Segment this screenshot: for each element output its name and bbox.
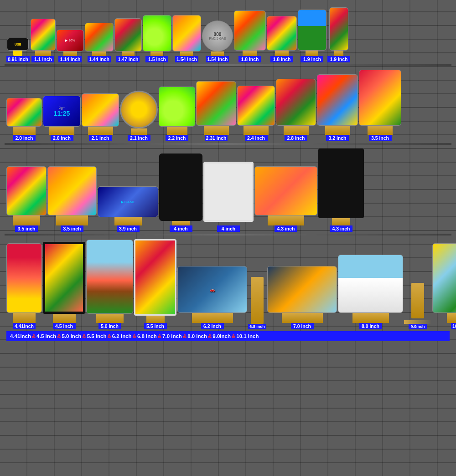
label-5.0: 5.0 inch [98, 323, 121, 329]
item-1.14[interactable]: ▶ 26% 1.14 Inch [57, 30, 84, 62]
label-1.54a: 1.54 Inch [175, 56, 198, 62]
label-0.91: 0.91 Inch [6, 56, 30, 62]
row2-items: 2.0 inch 2g~ 11:25 2.0 inch 2.1 inch [5, 67, 451, 141]
label-2.0b: 2.0 inch [51, 135, 73, 141]
item-1.9a[interactable]: 1.9 Inch [298, 10, 326, 62]
label-3.5-row2: 3.5 inch [369, 135, 392, 141]
row1-section: USB 0.91 Inch 1.1 Inch ▶ 26% 1.14 Inch [5, 5, 451, 62]
label-1.8a: 1.8 Inch [238, 56, 261, 62]
item-1.47[interactable]: 1.47 Inch [114, 18, 142, 62]
item-3.5-row2[interactable]: 3.5 inch [359, 70, 401, 141]
label-1.8b: 1.8 Inch [270, 56, 293, 62]
item-4.5[interactable]: 4.5 inch [43, 242, 85, 329]
label-3.5b: 3.5 inch [61, 225, 83, 232]
label-2.4: 2.4 inch [245, 135, 268, 141]
item-2.1b[interactable]: 2.1 inch [120, 91, 158, 141]
label-4b: 4 inch [217, 225, 240, 232]
item-2.0b[interactable]: 2g~ 11:25 2.0 inch [43, 96, 81, 141]
item-3.2[interactable]: 3.2 inch [317, 74, 358, 141]
label-7.0: 7.0 inch [291, 323, 314, 329]
item-1.8b[interactable]: 1.8 Inch [267, 16, 297, 62]
item-5.5[interactable]: 5.5 inch [134, 239, 176, 329]
row4-items: 4.41inch 4.5 inch 5.0 inch 5.5 inch [5, 236, 451, 329]
item-2.4[interactable]: 2.4 inch [237, 86, 275, 141]
label-8.0: 8.0 inch [359, 323, 382, 329]
item-3.9[interactable]: ▶ GAME 3.9 inch [98, 186, 158, 232]
item-9.0[interactable]: 9.0inch [404, 283, 431, 329]
label-4.5: 4.5 inch [53, 323, 76, 329]
label-1.9a: 1.9 Inch [301, 56, 323, 62]
item-1.1[interactable]: 1.1 Inch [31, 19, 56, 62]
label-1.14: 1.14 Inch [58, 56, 82, 62]
bottom-size-label: 4.41inch & 4.5 inch & 5.0 inch & 5.5 inc… [6, 331, 450, 341]
row1-items: USB 0.91 Inch 1.1 Inch ▶ 26% 1.14 Inch [5, 5, 451, 62]
label-1.44: 1.44 Inch [88, 56, 111, 62]
row3-items: 3.5 inch 3.5 inch ▶ GAME 3.9 inch 4 i [5, 146, 451, 232]
label-2.8: 2.8 inch [285, 135, 307, 141]
item-2.0a[interactable]: 2.0 inch [6, 98, 42, 141]
label-9.0: 9.0inch [409, 324, 427, 329]
item-10.1[interactable]: 10.1 inch [432, 243, 456, 329]
item-6.2[interactable]: 🚗 6.2 inch [177, 266, 247, 329]
item-4.3a[interactable]: 4.3 inch [254, 166, 317, 232]
label-4.3a: 4.3 inch [275, 225, 297, 232]
row3-section: 3.5 inch 3.5 inch ▶ GAME 3.9 inch 4 i [5, 146, 451, 232]
item-1.44[interactable]: 1.44 Inch [85, 23, 114, 62]
item-3.5a[interactable]: 3.5 inch [6, 166, 47, 232]
item-1.9b[interactable]: 1.9 Inch [327, 7, 350, 62]
label-3.2: 3.2 inch [326, 135, 349, 141]
item-4a[interactable]: 4 inch [159, 154, 202, 232]
item-1.54b[interactable]: 000 PM2.5 GAS 1.54 Inch [202, 20, 233, 62]
label-2.1a: 2.1 inch [89, 135, 112, 141]
label-10.1: 10.1 inch [451, 323, 456, 329]
item-6.8[interactable]: 6.8 inch [248, 277, 266, 329]
label-4.3b: 4.3 inch [330, 225, 352, 232]
row4-section: 4.41inch 4.5 inch 5.0 inch 5.5 inch [5, 236, 451, 341]
item-1.54a[interactable]: 1.54 Inch [172, 15, 201, 62]
item-2.1a[interactable]: 2.1 inch [82, 93, 119, 141]
label-2.2: 2.2 inch [166, 135, 188, 141]
item-5.0[interactable]: 5.0 inch [86, 240, 133, 329]
item-4.41[interactable]: 4.41inch [6, 243, 42, 329]
row2-section: 2.0 inch 2g~ 11:25 2.0 inch 2.1 inch [5, 67, 451, 141]
label-1.5: 1.5 Inch [145, 56, 168, 62]
label-2.31: 2.31 inch [205, 135, 228, 141]
item-2.31[interactable]: 2.31 inch [196, 81, 236, 141]
item-1.5[interactable]: 1.5 Inch [143, 15, 171, 62]
item-3.5b[interactable]: 3.5 inch [47, 166, 97, 232]
label-1.47: 1.47 Inch [116, 56, 140, 62]
item-0.91[interactable]: USB 0.91 Inch [6, 38, 30, 62]
item-4b[interactable]: 4 inch [203, 162, 254, 232]
label-4.41: 4.41inch [13, 323, 36, 329]
item-2.8[interactable]: 2.8 inch [276, 79, 316, 141]
item-7.0[interactable]: 7.0 inch [267, 266, 337, 329]
label-3.5a: 3.5 inch [15, 225, 38, 232]
item-2.2[interactable]: 2.2 inch [159, 87, 195, 141]
label-2.1b: 2.1 inch [128, 135, 150, 141]
label-2.0a: 2.0 inch [13, 135, 36, 141]
label-5.5: 5.5 inch [144, 323, 167, 329]
item-8.0[interactable]: 8.0 inch [338, 255, 403, 329]
label-1.9b: 1.9 Inch [327, 56, 350, 62]
label-1.1: 1.1 Inch [31, 56, 54, 62]
label-3.9: 3.9 inch [117, 225, 140, 232]
label-6.2: 6.2 inch [201, 323, 224, 329]
item-1.8a[interactable]: 1.8 Inch [234, 10, 266, 62]
label-6.8: 6.8 inch [248, 324, 266, 329]
item-4.3b[interactable]: 4.3 inch [318, 148, 364, 232]
label-1.54b: 1.54 Inch [206, 56, 229, 62]
label-4a: 4 inch [170, 225, 192, 232]
